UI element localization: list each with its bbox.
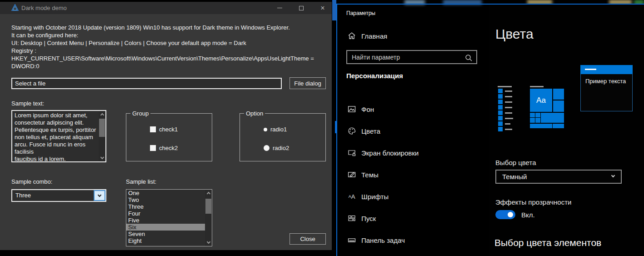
sidebar-item-label: Экран блокировки: [361, 149, 419, 157]
preview-list-square: [498, 94, 503, 99]
radio-selected-icon[interactable]: [264, 145, 270, 151]
list-label: Sample list:: [126, 178, 156, 186]
list-item-selected[interactable]: Six: [126, 224, 205, 231]
scrollbar-thumb[interactable]: [205, 199, 211, 214]
option-box: Option radio1 radio2: [240, 113, 326, 161]
maximize-button[interactable]: [294, 2, 309, 14]
sidebar-item-background[interactable]: Фон: [337, 101, 489, 117]
preview-list-line: [505, 101, 512, 103]
list-item[interactable]: Seven: [126, 231, 205, 237]
scroll-down-button[interactable]: [205, 239, 212, 246]
themes-icon: [348, 171, 356, 179]
close-window-button[interactable]: ×: [315, 2, 330, 14]
combo-label: Sample combo:: [11, 178, 52, 186]
color-select-label: Выбор цвета: [495, 159, 536, 166]
checkbox-label: check2: [159, 145, 178, 151]
search-icon: [464, 54, 473, 62]
preview-list-square: [498, 105, 503, 110]
titlebar[interactable]: Dark mode demo ×: [0, 2, 332, 14]
preview-start-tile: [553, 89, 564, 100]
radio-label: radio2: [273, 145, 289, 151]
preview-start-tile: [541, 113, 564, 123]
scroll-up-button[interactable]: [99, 111, 105, 118]
sample-list[interactable]: One Two Three Four Five Six Seven Eight: [126, 189, 212, 246]
info-line: It can be configured here:: [11, 31, 325, 39]
preview-list-square: [498, 110, 503, 115]
accent-color-heading: Выбор цвета элементов: [494, 237, 601, 248]
taskbar-icon: [348, 236, 356, 244]
preview-list-line: [505, 112, 512, 114]
file-dialog-button[interactable]: File dialog: [290, 77, 326, 89]
preview-list-line: [505, 107, 512, 108]
search-input[interactable]: Найти параметр: [346, 50, 477, 64]
sidebar-item-colors[interactable]: Цвета: [337, 123, 489, 139]
toggle-state-label: Вкл.: [521, 211, 535, 219]
preview-list-line: [505, 129, 512, 130]
list-item[interactable]: One: [126, 190, 205, 196]
file-path-input[interactable]: Select a file: [11, 78, 282, 89]
preview-list-line: [505, 90, 512, 92]
list-scrollbar[interactable]: [205, 190, 212, 246]
fonts-icon: AA: [348, 192, 356, 201]
combo-dropdown-button[interactable]: [94, 190, 105, 201]
sample-textarea[interactable]: Lorem ipsum dolor sit amet, consectetur …: [11, 110, 106, 162]
scrollbar-thumb[interactable]: [99, 119, 105, 137]
home-icon: [348, 32, 356, 40]
preview-start-tile: [535, 118, 540, 123]
preview-start-tile: [553, 100, 564, 112]
preview-sample-window: Пример текста: [580, 65, 633, 111]
color-mode-dropdown[interactable]: Темный: [495, 170, 622, 184]
page-title: Цвета: [495, 26, 534, 42]
list-item[interactable]: Eight: [126, 237, 205, 244]
preview-list-line: [505, 123, 510, 125]
minimize-button[interactable]: [272, 2, 287, 14]
checkbox-icon[interactable]: [150, 126, 156, 132]
list-item[interactable]: Two: [126, 196, 205, 203]
settings-sidebar: Параметры Главная Найти параметр Персона…: [337, 5, 489, 256]
list-item[interactable]: Five: [126, 217, 205, 224]
preview-list-square: [498, 116, 503, 120]
checkbox-row[interactable]: check2: [150, 145, 178, 151]
group-box: Group check1 check2: [126, 113, 212, 161]
sample-text-label: Sample text:: [11, 100, 44, 107]
colors-palette-icon: [348, 127, 356, 135]
settings-content: Цвета Aa: [489, 5, 644, 256]
sidebar-item-home[interactable]: Главная: [337, 28, 489, 44]
group-box-label: Group: [130, 110, 150, 117]
sidebar-item-label: Цвета: [361, 127, 380, 135]
app-logo-icon: [11, 4, 19, 11]
sample-combo[interactable]: Three: [11, 189, 106, 202]
sidebar-item-start[interactable]: Пуск: [337, 211, 489, 226]
sidebar-section-heading: Персонализация: [346, 72, 403, 80]
list-item[interactable]: Three: [126, 203, 205, 210]
sidebar-item-label: Шрифты: [361, 193, 389, 201]
minimize-icon: [277, 8, 282, 8]
checkbox-icon[interactable]: [150, 145, 156, 151]
preview-sample-text: Пример текста: [585, 78, 626, 85]
preview-list-square: [498, 121, 503, 126]
scroll-up-button[interactable]: [205, 190, 212, 196]
sidebar-item-label: Главная: [361, 32, 387, 40]
sidebar-item-taskbar[interactable]: Панель задач: [337, 232, 489, 248]
preview-start-header: [530, 86, 544, 87]
radio-unselected-icon[interactable]: [264, 128, 267, 131]
checkbox-row[interactable]: check1: [150, 126, 178, 133]
sidebar-item-fonts[interactable]: AA Шрифты: [337, 189, 489, 204]
list-item[interactable]: Four: [126, 210, 205, 217]
sidebar-item-themes[interactable]: Темы: [337, 167, 489, 182]
transparency-label: Эффекты прозрачности: [495, 198, 571, 206]
textarea-scrollbar[interactable]: [99, 111, 105, 161]
window-title: Dark mode demo: [21, 5, 67, 11]
preview-list-line: [505, 96, 512, 97]
sidebar-item-lock-screen[interactable]: Экран блокировки: [337, 145, 489, 161]
close-button[interactable]: Close: [290, 233, 326, 245]
transparency-toggle[interactable]: [495, 210, 515, 219]
radio-row[interactable]: radio2: [264, 145, 289, 151]
search-placeholder: Найти параметр: [352, 54, 400, 61]
info-line: Starting with October 2018 Update (versi…: [11, 24, 325, 31]
radio-row[interactable]: radio1: [264, 126, 287, 133]
dark-mode-demo-window: Dark mode demo × Starting with October 2…: [0, 2, 332, 250]
sidebar-item-label: Пуск: [361, 215, 376, 222]
settings-window: Параметры Главная Найти параметр Персона…: [335, 5, 644, 256]
scroll-down-button[interactable]: [99, 155, 105, 161]
